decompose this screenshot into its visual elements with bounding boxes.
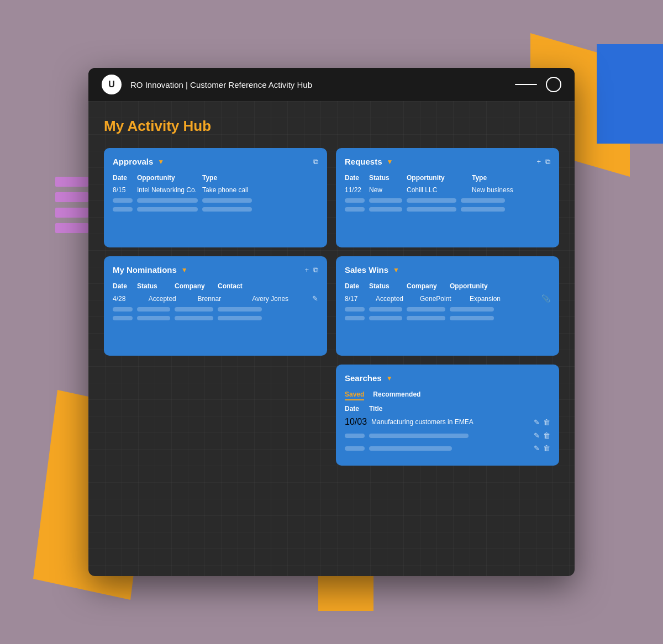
bg-shape-purple-left — [55, 177, 88, 260]
approvals-external-link[interactable]: ⧉ — [313, 157, 318, 166]
requests-placeholder-1 — [345, 198, 550, 203]
nominations-placeholder-2 — [113, 316, 318, 320]
searches-columns: Date Title — [345, 405, 550, 413]
nominations-table: Date Status Company Contact 4/28 Accepte… — [113, 282, 318, 320]
nominations-date-0: 4/28 — [113, 295, 133, 303]
tab-saved[interactable]: Saved — [345, 390, 364, 400]
approvals-columns: Date Opportunity Type — [113, 174, 318, 182]
saleswins-title-area: Sales Wins ▼ — [345, 265, 399, 275]
approvals-opp-0: Intel Networking Co. — [137, 186, 198, 194]
requests-header: Requests ▼ + ⧉ — [345, 157, 550, 166]
searches-edit-btn-2[interactable]: ✎ — [534, 444, 540, 452]
col-date: Date — [113, 282, 133, 290]
nominations-add-btn[interactable]: + — [304, 266, 309, 274]
searches-actions-0: ✎ 🗑 — [534, 418, 550, 426]
nominations-company-0: Brennar — [198, 295, 236, 303]
approvals-header: Approvals ▼ ⧉ — [113, 157, 318, 166]
col-status: Status — [369, 282, 402, 290]
saleswins-widget: Sales Wins ▼ Date Status Company Opportu… — [336, 256, 559, 356]
nominations-edit-btn-0[interactable]: ✎ — [312, 294, 318, 303]
requests-placeholder-2 — [345, 207, 550, 212]
nominations-status-0: Accepted — [149, 295, 182, 303]
nominations-actions: + ⧉ — [304, 266, 318, 275]
menu-icon[interactable] — [515, 84, 537, 85]
nominations-filter-icon[interactable]: ▼ — [181, 266, 188, 274]
col-date: Date — [345, 174, 365, 182]
nominations-header: My Nominations ▼ + ⧉ — [113, 265, 318, 275]
page-title: My Activity Hub — [104, 118, 559, 135]
searches-title: Searches — [345, 373, 382, 383]
col-status: Status — [369, 174, 402, 182]
requests-add-btn[interactable]: + — [536, 157, 541, 166]
col-contact: Contact — [218, 282, 262, 290]
searches-delete-btn-1[interactable]: 🗑 — [543, 431, 550, 440]
col-company: Company — [407, 282, 445, 290]
searches-date-0: 10/03 — [345, 417, 367, 427]
searches-row-0: 10/03 Manufacturing customers in EMEA ✎ … — [345, 417, 550, 427]
nominations-external-link[interactable]: ⧉ — [313, 266, 318, 275]
requests-widget: Requests ▼ + ⧉ Date Status Opportunity T… — [336, 148, 559, 247]
searches-placeholder-1: ✎ 🗑 — [345, 431, 550, 440]
saleswins-placeholder-2 — [345, 316, 550, 320]
approvals-filter-icon[interactable]: ▼ — [157, 158, 164, 166]
widget-grid: Approvals ▼ ⧉ Date Opportunity Type 8/15 — [104, 148, 559, 466]
col-type: Type — [472, 174, 522, 182]
requests-date-0: 11/22 — [345, 186, 365, 194]
col-company: Company — [175, 282, 213, 290]
requests-opp-0: Cohill LLC — [407, 186, 467, 194]
col-date: Date — [113, 174, 133, 182]
requests-row-0: 11/22 New Cohill LLC New business — [345, 186, 550, 194]
user-icon[interactable] — [546, 77, 561, 92]
saleswins-date-0: 8/17 — [345, 295, 365, 303]
col-opportunity: Opportunity — [137, 174, 198, 182]
searches-delete-btn-2[interactable]: 🗑 — [543, 444, 550, 452]
approvals-row-0: 8/15 Intel Networking Co. Take phone cal… — [113, 186, 318, 194]
requests-table: Date Status Opportunity Type 11/22 New C… — [345, 174, 550, 212]
saleswins-status-0: Accepted — [376, 295, 409, 303]
approvals-title: Approvals — [113, 157, 153, 166]
saleswins-title: Sales Wins — [345, 265, 388, 275]
searches-title-area: Searches ▼ — [345, 373, 393, 383]
searches-edit-btn-1[interactable]: ✎ — [534, 431, 540, 440]
nominations-columns: Date Status Company Contact — [113, 282, 318, 290]
approvals-title-area: Approvals ▼ — [113, 157, 164, 166]
requests-title-area: Requests ▼ — [345, 157, 393, 166]
nominations-title-area: My Nominations ▼ — [113, 265, 188, 275]
saleswins-company-0: GenePoint — [420, 295, 459, 303]
saleswins-columns: Date Status Company Opportunity — [345, 282, 550, 290]
col-title: Title — [369, 405, 382, 413]
approvals-type-0: Take phone call — [202, 186, 252, 194]
searches-delete-btn-0[interactable]: 🗑 — [543, 418, 550, 426]
searches-filter-icon[interactable]: ▼ — [386, 374, 393, 382]
saleswins-attach-btn-0[interactable]: 📎 — [541, 294, 550, 303]
app-logo: U — [102, 75, 122, 94]
requests-columns: Date Status Opportunity Type — [345, 174, 550, 182]
searches-title-0: Manufacturing customers in EMEA — [371, 418, 473, 426]
approvals-table: Date Opportunity Type 8/15 Intel Network… — [113, 174, 318, 212]
requests-filter-icon[interactable]: ▼ — [387, 158, 393, 166]
col-status: Status — [137, 282, 170, 290]
col-type: Type — [202, 174, 252, 182]
page-content: My Activity Hub Approvals ▼ ⧉ Date Op — [88, 101, 575, 482]
searches-row-data-0: 10/03 Manufacturing customers in EMEA — [345, 417, 534, 427]
searches-tabs: Saved Recommended — [345, 390, 550, 400]
requests-external-link[interactable]: ⧉ — [545, 157, 550, 166]
bg-shape-blue-right — [597, 44, 663, 144]
col-date: Date — [345, 405, 365, 413]
col-opportunity: Opportunity — [450, 282, 511, 290]
requests-status-0: New — [369, 186, 402, 194]
searches-placeholder-2: ✎ 🗑 — [345, 444, 550, 452]
approvals-widget: Approvals ▼ ⧉ Date Opportunity Type 8/15 — [104, 148, 327, 247]
nominations-contact-0: Avery Jones — [252, 295, 296, 303]
approvals-placeholder-1 — [113, 198, 318, 203]
header-controls — [515, 77, 561, 92]
searches-widget: Searches ▼ Saved Recommended Date Title … — [336, 365, 559, 466]
tab-recommended[interactable]: Recommended — [373, 390, 420, 400]
searches-edit-btn-0[interactable]: ✎ — [534, 418, 540, 426]
col-date: Date — [345, 282, 365, 290]
saleswins-filter-icon[interactable]: ▼ — [393, 266, 399, 274]
searches-header: Searches ▼ — [345, 373, 550, 383]
nominations-widget: My Nominations ▼ + ⧉ Date Status Company… — [104, 256, 327, 356]
approvals-placeholder-2 — [113, 207, 318, 212]
requests-actions: + ⧉ — [536, 157, 550, 166]
